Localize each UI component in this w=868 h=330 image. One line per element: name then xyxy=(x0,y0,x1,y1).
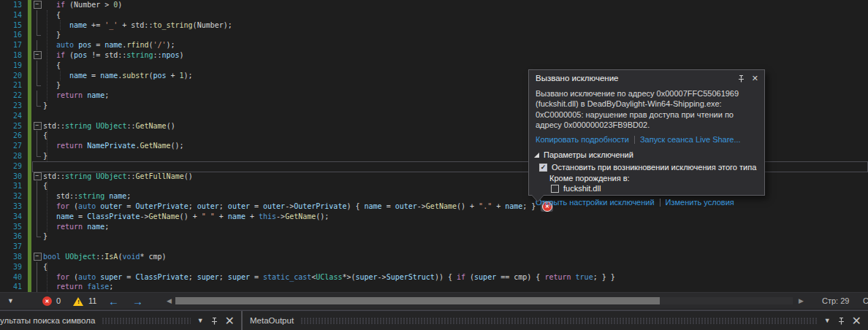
drag-grip[interactable] xyxy=(300,318,818,324)
fold-guide-line xyxy=(37,40,37,50)
code-text: std::string name; xyxy=(43,191,131,202)
vs-window: 13−if (Number > 0)14{15name += '_' + std… xyxy=(0,0,868,330)
copy-details-link[interactable]: Копировать подробности xyxy=(536,135,629,144)
line-number: 32 xyxy=(0,191,25,202)
code-line[interactable]: 38−bool UObject::IsA(void* cmp) xyxy=(0,252,868,262)
navigate-forward-icon[interactable]: → xyxy=(132,296,143,307)
symbol-results-panel-header[interactable]: ультаты поиска символа ▼ ✕ xyxy=(0,311,241,330)
module-label: fuckshit.dll xyxy=(563,184,601,193)
line-number: 22 xyxy=(0,91,25,101)
line-number: 33 xyxy=(0,202,25,212)
code-line[interactable]: 17auto pos = name.rfind('/'); xyxy=(0,40,868,50)
fold-end-mark xyxy=(37,80,41,86)
exception-settings-expander[interactable]: Параметры исключений xyxy=(529,144,764,159)
outlining-margin xyxy=(31,20,43,31)
line-position-indicator: Стр: 29 xyxy=(822,296,849,305)
code-text: if (Number > 0) xyxy=(43,0,122,10)
popup-callout-arrow xyxy=(532,195,544,202)
outlining-margin xyxy=(31,191,43,202)
code-line[interactable]: 37 xyxy=(0,242,868,252)
error-indicator[interactable]: ✕ 0 xyxy=(42,293,61,309)
code-line[interactable]: 41return false; xyxy=(0,282,868,292)
code-line[interactable]: 13−if (Number > 0) xyxy=(0,0,868,10)
navigate-back-icon[interactable]: ← xyxy=(108,296,119,307)
code-line[interactable]: 34name = ClassPrivate->GetName() + " " +… xyxy=(0,212,868,222)
horizontal-scrollbar[interactable] xyxy=(175,297,793,304)
line-number: 40 xyxy=(0,272,25,283)
drag-grip[interactable] xyxy=(102,318,190,324)
pin-icon[interactable] xyxy=(210,317,218,325)
fold-guide-line xyxy=(37,191,37,202)
line-number: 36 xyxy=(0,231,25,242)
close-icon[interactable]: ✕ xyxy=(225,314,235,328)
close-icon[interactable]: ✕ xyxy=(852,314,861,328)
outlining-margin xyxy=(31,181,43,191)
line-number: 15 xyxy=(0,20,25,31)
code-line[interactable]: 16} xyxy=(0,30,868,40)
outlining-margin[interactable]: − xyxy=(31,252,43,262)
symbol-results-title: ультаты поиска символа xyxy=(0,316,95,325)
fold-collapse-icon[interactable]: − xyxy=(34,122,42,130)
chevron-down-icon[interactable]: ▼ xyxy=(197,317,204,324)
fold-guide-line xyxy=(37,20,37,31)
line-number: 39 xyxy=(0,262,25,272)
fold-collapse-icon[interactable]: − xyxy=(34,253,42,261)
outlining-margin xyxy=(31,10,43,20)
fold-end-mark xyxy=(37,151,41,157)
scroll-left-icon[interactable]: ◀ xyxy=(167,297,172,304)
code-text: { xyxy=(43,131,47,141)
fold-guide-line xyxy=(37,61,37,71)
code-text: { xyxy=(43,181,47,191)
pin-icon[interactable] xyxy=(737,74,745,82)
code-line[interactable]: 14{ xyxy=(0,10,868,20)
code-text: auto pos = name.rfind('/'); xyxy=(43,40,175,50)
outlining-margin xyxy=(31,242,43,252)
line-number: 17 xyxy=(0,40,25,50)
fold-collapse-icon[interactable]: − xyxy=(34,172,42,180)
section-title: Параметры исключений xyxy=(544,150,633,159)
fold-collapse-icon[interactable]: − xyxy=(34,51,42,59)
clipped-status-text: C xyxy=(863,296,868,305)
outlining-margin xyxy=(31,101,43,111)
line-number: 30 xyxy=(0,172,25,182)
open-exception-settings-link[interactable]: Открыть настройки исключений xyxy=(536,198,655,207)
chevron-down-icon[interactable]: ▼ xyxy=(824,317,831,324)
outlining-margin xyxy=(31,40,43,50)
code-text: } xyxy=(43,151,47,161)
fold-end-mark xyxy=(37,101,41,107)
code-text: if (pos != std::string::npos) xyxy=(43,50,184,61)
code-line[interactable]: 39{ xyxy=(0,262,868,272)
scrollbar-thumb[interactable] xyxy=(175,297,660,304)
outlining-margin[interactable]: − xyxy=(31,172,43,182)
outlining-margin[interactable]: − xyxy=(31,0,43,10)
live-share-link[interactable]: Запуск сеанса Live Share... xyxy=(640,135,741,144)
pin-icon[interactable] xyxy=(837,317,845,325)
outlining-margin[interactable]: − xyxy=(31,50,43,61)
break-option-label: Остановить при возникновении исключения … xyxy=(552,163,756,172)
break-on-exception-checkbox[interactable]: ✓ xyxy=(539,164,547,172)
metaoutput-panel-header[interactable]: MetaOutput ▼ ✕ xyxy=(241,311,868,330)
code-line[interactable]: 15name += '_' + std::to_string(Number); xyxy=(0,20,868,31)
fold-guide-line xyxy=(37,91,37,101)
line-number: 16 xyxy=(0,30,25,40)
code-line[interactable]: 36} xyxy=(0,231,868,242)
outlining-margin xyxy=(31,131,43,141)
edit-conditions-link[interactable]: Изменить условия xyxy=(666,198,734,207)
metaoutput-title: MetaOutput xyxy=(250,316,294,325)
fold-guide-line xyxy=(37,282,37,292)
outlining-margin xyxy=(31,161,43,172)
code-line[interactable]: 35return name; xyxy=(0,222,868,232)
code-line[interactable]: 18−if (pos != std::string::npos) xyxy=(0,50,868,61)
code-text: std::string UObject::GetFullName() xyxy=(43,172,193,182)
warning-indicator[interactable]: ! 11 xyxy=(73,293,96,309)
code-text: } xyxy=(43,30,61,40)
fold-collapse-icon[interactable]: − xyxy=(34,1,42,9)
chevron-down-icon[interactable]: ▼ xyxy=(7,297,14,304)
outlining-margin xyxy=(31,61,43,71)
scroll-right-icon[interactable]: ▶ xyxy=(799,297,804,304)
close-icon[interactable]: ✕ xyxy=(752,74,758,82)
outlining-margin[interactable]: − xyxy=(31,121,43,131)
fold-end-mark xyxy=(37,30,41,36)
module-exclude-checkbox[interactable] xyxy=(551,185,559,193)
code-line[interactable]: 40for (auto super = ClassPrivate; super;… xyxy=(0,272,868,283)
